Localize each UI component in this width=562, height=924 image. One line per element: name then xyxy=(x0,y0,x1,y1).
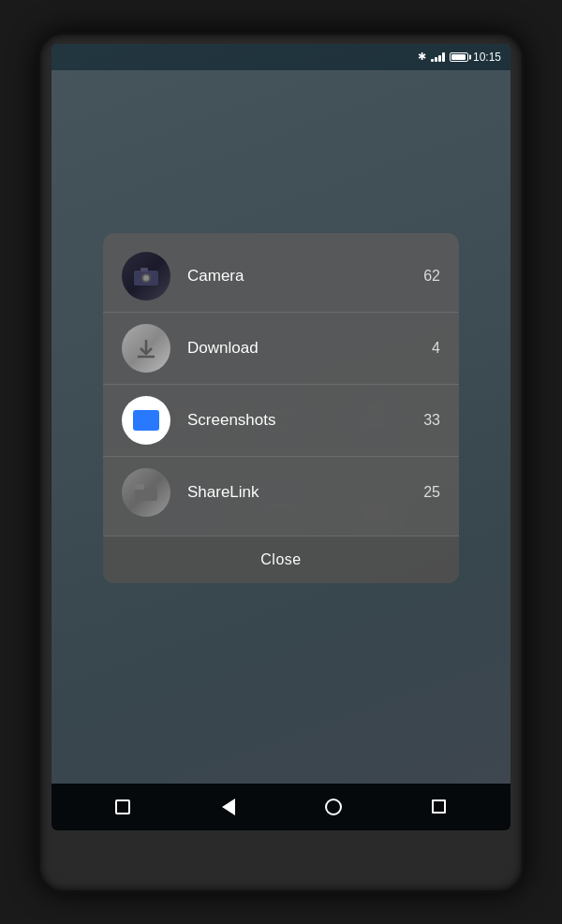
download-folder-name: Download xyxy=(187,339,432,358)
download-folder-count: 4 xyxy=(432,340,440,357)
wifi-icon xyxy=(431,52,445,62)
battery-icon xyxy=(450,52,468,62)
screen: ✱ 10:15 📁 📷 💾 xyxy=(52,44,510,830)
folder-item-camera[interactable]: Camera 62 xyxy=(103,241,459,313)
camera-folder-name: Camera xyxy=(187,267,423,286)
svg-rect-6 xyxy=(135,488,157,501)
tablet-device: ✱ 10:15 📁 📷 💾 xyxy=(37,32,525,893)
folder-list: Camera 62 xyxy=(103,233,459,535)
overview-button[interactable] xyxy=(422,790,456,824)
status-time: 10:15 xyxy=(473,51,501,64)
home-button[interactable] xyxy=(317,790,350,824)
close-label: Close xyxy=(260,551,301,568)
screenshots-folder-count: 33 xyxy=(423,412,440,429)
sharelink-folder-icon xyxy=(122,468,170,517)
bluetooth-icon: ✱ xyxy=(418,51,426,63)
svg-point-2 xyxy=(143,275,149,281)
download-folder-icon xyxy=(122,324,170,373)
screenshots-folder-name: Screenshots xyxy=(187,411,423,430)
svg-rect-3 xyxy=(140,268,148,271)
back-icon xyxy=(222,799,235,815)
screenshots-folder-icon xyxy=(122,396,170,445)
back-button[interactable] xyxy=(212,790,245,824)
screen-content: 📁 📷 💾 ➕ 📷 📁 xyxy=(52,70,510,784)
folder-chooser-modal: Camera 62 xyxy=(103,233,459,583)
folder-item-screenshots[interactable]: Screenshots 33 xyxy=(103,385,459,457)
camera-folder-icon xyxy=(122,252,170,301)
sharelink-folder-name: ShareLink xyxy=(187,483,423,502)
folder-item-sharelink[interactable]: ShareLink 25 xyxy=(103,457,459,528)
home-icon xyxy=(325,799,342,815)
screenshot-icon-shape xyxy=(133,410,159,431)
navigation-bar xyxy=(52,784,510,830)
recents-icon xyxy=(115,799,130,814)
status-icons: ✱ 10:15 xyxy=(418,51,501,64)
close-button[interactable]: Close xyxy=(103,535,459,583)
recents-button[interactable] xyxy=(106,790,140,824)
overview-icon xyxy=(432,799,446,814)
status-bar: ✱ 10:15 xyxy=(52,44,510,70)
folder-item-download[interactable]: Download 4 xyxy=(103,313,459,385)
camera-folder-count: 62 xyxy=(423,268,440,285)
svg-rect-7 xyxy=(135,484,144,490)
sharelink-folder-count: 25 xyxy=(423,484,440,501)
